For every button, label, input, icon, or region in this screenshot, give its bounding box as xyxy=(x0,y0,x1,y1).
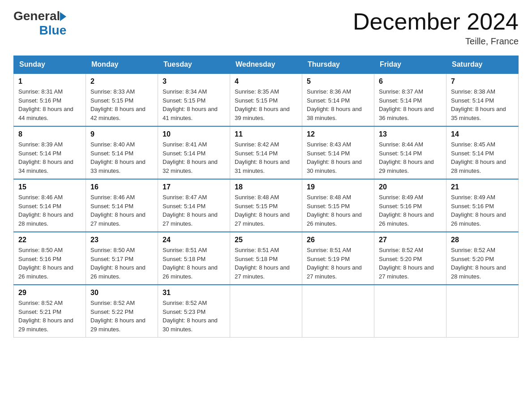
day-number: 4 xyxy=(235,77,297,86)
daylight-text: Daylight: 8 hours and 32 minutes. xyxy=(163,158,218,174)
day-info: Sunrise: 8:48 AM Sunset: 5:15 PM Dayligh… xyxy=(235,193,297,228)
day-number: 12 xyxy=(307,130,369,138)
sunrise-text: Sunrise: 8:51 AM xyxy=(163,247,207,253)
sunrise-text: Sunrise: 8:50 AM xyxy=(90,247,135,253)
calendar-cell: 27 Sunrise: 8:52 AM Sunset: 5:20 PM Dayl… xyxy=(374,232,446,285)
day-number: 26 xyxy=(307,236,369,244)
daylight-text: Daylight: 8 hours and 29 minutes. xyxy=(18,317,73,333)
daylight-text: Daylight: 8 hours and 31 minutes. xyxy=(235,158,290,174)
day-number: 8 xyxy=(18,130,81,138)
col-friday: Friday xyxy=(374,56,446,74)
daylight-text: Daylight: 8 hours and 27 minutes. xyxy=(307,264,362,280)
sunset-text: Sunset: 5:15 PM xyxy=(235,97,278,104)
day-info: Sunrise: 8:40 AM Sunset: 5:14 PM Dayligh… xyxy=(90,140,153,175)
sunset-text: Sunset: 5:17 PM xyxy=(90,256,133,262)
calendar-week-row-4: 22 Sunrise: 8:50 AM Sunset: 5:16 PM Dayl… xyxy=(14,232,519,285)
day-info: Sunrise: 8:45 AM Sunset: 5:14 PM Dayligh… xyxy=(451,140,514,175)
sunset-text: Sunset: 5:15 PM xyxy=(235,203,278,210)
day-number: 17 xyxy=(163,183,225,191)
logo-arrow-icon xyxy=(60,12,66,21)
sunset-text: Sunset: 5:20 PM xyxy=(451,256,494,262)
daylight-text: Daylight: 8 hours and 38 minutes. xyxy=(307,106,362,121)
calendar-cell: 23 Sunrise: 8:50 AM Sunset: 5:17 PM Dayl… xyxy=(86,232,158,285)
calendar-cell: 18 Sunrise: 8:48 AM Sunset: 5:15 PM Dayl… xyxy=(230,179,302,232)
calendar-cell: 26 Sunrise: 8:51 AM Sunset: 5:19 PM Dayl… xyxy=(302,232,374,285)
sunrise-text: Sunrise: 8:37 AM xyxy=(379,88,423,95)
calendar-cell: 7 Sunrise: 8:38 AM Sunset: 5:14 PM Dayli… xyxy=(446,73,519,126)
calendar-cell: 1 Sunrise: 8:31 AM Sunset: 5:16 PM Dayli… xyxy=(14,73,86,126)
day-number: 11 xyxy=(235,130,297,138)
calendar-cell: 24 Sunrise: 8:51 AM Sunset: 5:18 PM Dayl… xyxy=(158,232,230,285)
calendar-cell: 25 Sunrise: 8:51 AM Sunset: 5:18 PM Dayl… xyxy=(230,232,302,285)
day-number: 1 xyxy=(18,77,81,86)
calendar-table: Sunday Monday Tuesday Wednesday Thursday… xyxy=(13,56,519,338)
month-title: December 2024 xyxy=(353,9,519,34)
col-wednesday: Wednesday xyxy=(230,56,302,74)
daylight-text: Daylight: 8 hours and 27 minutes. xyxy=(235,211,290,227)
day-number: 22 xyxy=(18,236,81,244)
calendar-cell: 29 Sunrise: 8:52 AM Sunset: 5:21 PM Dayl… xyxy=(14,285,86,338)
logo: General Blue xyxy=(13,9,66,38)
daylight-text: Daylight: 8 hours and 26 minutes. xyxy=(307,211,362,227)
day-info: Sunrise: 8:39 AM Sunset: 5:14 PM Dayligh… xyxy=(18,140,81,175)
day-number: 20 xyxy=(379,183,442,191)
day-info: Sunrise: 8:33 AM Sunset: 5:15 PM Dayligh… xyxy=(90,87,153,122)
sunset-text: Sunset: 5:14 PM xyxy=(451,150,494,157)
calendar-cell: 17 Sunrise: 8:47 AM Sunset: 5:14 PM Dayl… xyxy=(158,179,230,232)
calendar-cell xyxy=(446,285,519,338)
logo-blue-text: Blue xyxy=(39,23,67,38)
sunset-text: Sunset: 5:14 PM xyxy=(90,150,133,157)
daylight-text: Daylight: 8 hours and 41 minutes. xyxy=(163,106,218,121)
title-area: December 2024 Teille, France xyxy=(353,9,519,47)
calendar-cell: 6 Sunrise: 8:37 AM Sunset: 5:14 PM Dayli… xyxy=(374,73,446,126)
daylight-text: Daylight: 8 hours and 28 minutes. xyxy=(451,158,506,174)
calendar-cell: 16 Sunrise: 8:46 AM Sunset: 5:14 PM Dayl… xyxy=(86,179,158,232)
sunset-text: Sunset: 5:16 PM xyxy=(379,203,422,210)
sunset-text: Sunset: 5:14 PM xyxy=(18,150,61,157)
day-info: Sunrise: 8:51 AM Sunset: 5:18 PM Dayligh… xyxy=(163,246,225,281)
daylight-text: Daylight: 8 hours and 26 minutes. xyxy=(163,264,218,280)
day-info: Sunrise: 8:50 AM Sunset: 5:16 PM Dayligh… xyxy=(18,246,81,281)
sunrise-text: Sunrise: 8:51 AM xyxy=(307,247,351,253)
day-info: Sunrise: 8:52 AM Sunset: 5:20 PM Dayligh… xyxy=(451,246,514,281)
daylight-text: Daylight: 8 hours and 26 minutes. xyxy=(18,264,73,280)
sunset-text: Sunset: 5:18 PM xyxy=(163,256,206,262)
page-header: General Blue December 2024 Teille, Franc… xyxy=(13,9,519,47)
sunrise-text: Sunrise: 8:48 AM xyxy=(307,194,351,201)
day-number: 6 xyxy=(379,77,442,86)
day-info: Sunrise: 8:50 AM Sunset: 5:17 PM Dayligh… xyxy=(90,246,153,281)
sunset-text: Sunset: 5:18 PM xyxy=(235,256,278,262)
day-number: 29 xyxy=(18,289,81,297)
location-label: Teille, France xyxy=(353,36,519,47)
calendar-cell: 14 Sunrise: 8:45 AM Sunset: 5:14 PM Dayl… xyxy=(446,126,519,179)
day-info: Sunrise: 8:49 AM Sunset: 5:16 PM Dayligh… xyxy=(379,193,442,228)
day-info: Sunrise: 8:37 AM Sunset: 5:14 PM Dayligh… xyxy=(379,87,442,122)
daylight-text: Daylight: 8 hours and 29 minutes. xyxy=(90,317,146,333)
sunset-text: Sunset: 5:14 PM xyxy=(379,150,422,157)
sunset-text: Sunset: 5:16 PM xyxy=(451,203,494,210)
day-number: 23 xyxy=(90,236,153,244)
day-number: 2 xyxy=(90,77,153,86)
calendar-cell: 10 Sunrise: 8:41 AM Sunset: 5:14 PM Dayl… xyxy=(158,126,230,179)
daylight-text: Daylight: 8 hours and 26 minutes. xyxy=(90,264,146,280)
daylight-text: Daylight: 8 hours and 34 minutes. xyxy=(18,158,73,174)
calendar-week-row-2: 8 Sunrise: 8:39 AM Sunset: 5:14 PM Dayli… xyxy=(14,126,519,179)
col-thursday: Thursday xyxy=(302,56,374,74)
sunset-text: Sunset: 5:14 PM xyxy=(163,150,206,157)
sunrise-text: Sunrise: 8:52 AM xyxy=(379,247,423,253)
sunrise-text: Sunrise: 8:43 AM xyxy=(307,141,351,148)
sunrise-text: Sunrise: 8:44 AM xyxy=(379,141,423,148)
day-number: 24 xyxy=(163,236,225,244)
calendar-header-row: Sunday Monday Tuesday Wednesday Thursday… xyxy=(14,56,519,74)
sunset-text: Sunset: 5:14 PM xyxy=(90,203,133,210)
day-number: 28 xyxy=(451,236,514,244)
day-number: 3 xyxy=(163,77,225,86)
col-monday: Monday xyxy=(86,56,158,74)
sunrise-text: Sunrise: 8:36 AM xyxy=(307,88,351,95)
calendar-cell: 30 Sunrise: 8:52 AM Sunset: 5:22 PM Dayl… xyxy=(86,285,158,338)
day-number: 15 xyxy=(18,183,81,191)
day-info: Sunrise: 8:43 AM Sunset: 5:14 PM Dayligh… xyxy=(307,140,369,175)
col-sunday: Sunday xyxy=(14,56,86,74)
sunrise-text: Sunrise: 8:49 AM xyxy=(379,194,423,201)
calendar-week-row-5: 29 Sunrise: 8:52 AM Sunset: 5:21 PM Dayl… xyxy=(14,285,519,338)
